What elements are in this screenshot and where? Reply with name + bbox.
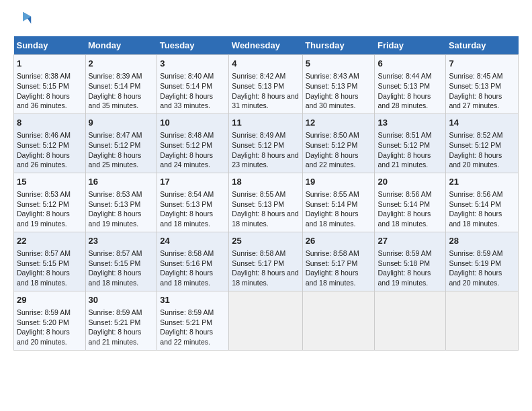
day-number: 12 <box>306 117 372 129</box>
sunset-text: Sunset: 5:16 PM <box>160 259 212 267</box>
daylight-text: Daylight: 8 hours and 20 minutes. <box>449 151 502 169</box>
sunset-text: Sunset: 5:15 PM <box>17 82 69 90</box>
header <box>13 11 519 30</box>
sunrise-text: Sunrise: 8:59 AM <box>89 308 142 316</box>
day-number: 2 <box>89 58 154 70</box>
sunrise-text: Sunrise: 8:57 AM <box>17 249 71 257</box>
day-number: 1 <box>17 58 83 70</box>
sunset-text: Sunset: 5:13 PM <box>89 200 141 208</box>
sunset-text: Sunset: 5:13 PM <box>232 200 284 208</box>
day-cell: 14Sunrise: 8:52 AMSunset: 5:12 PMDayligh… <box>446 113 519 173</box>
sunrise-text: Sunrise: 8:55 AM <box>232 190 285 198</box>
header-row: SundayMondayTuesdayWednesdayThursdayFrid… <box>14 36 519 55</box>
week-row-2: 8Sunrise: 8:46 AMSunset: 5:12 PMDaylight… <box>14 113 519 173</box>
day-number: 9 <box>89 117 154 129</box>
day-number: 13 <box>378 117 443 129</box>
week-row-5: 29Sunrise: 8:59 AMSunset: 5:20 PMDayligh… <box>14 291 519 350</box>
day-cell: 9Sunrise: 8:47 AMSunset: 5:12 PMDaylight… <box>85 113 157 173</box>
day-cell: 1Sunrise: 8:38 AMSunset: 5:15 PMDaylight… <box>14 55 86 114</box>
day-number: 11 <box>232 117 299 129</box>
day-cell: 4Sunrise: 8:42 AMSunset: 5:13 PMDaylight… <box>229 55 302 114</box>
sunset-text: Sunset: 5:12 PM <box>17 141 69 149</box>
daylight-text: Daylight: 8 hours and 18 minutes. <box>160 269 213 287</box>
day-number: 10 <box>160 117 226 129</box>
page: SundayMondayTuesdayWednesdayThursdayFrid… <box>0 0 532 357</box>
day-number: 27 <box>378 235 443 247</box>
col-header-wednesday: Wednesday <box>229 36 302 55</box>
daylight-text: Daylight: 8 hours and 30 minutes. <box>306 92 359 110</box>
day-cell: 17Sunrise: 8:54 AMSunset: 5:13 PMDayligh… <box>157 173 229 232</box>
sunrise-text: Sunrise: 8:53 AM <box>89 190 142 198</box>
day-number: 7 <box>449 58 515 70</box>
day-number: 21 <box>449 176 515 188</box>
day-cell: 27Sunrise: 8:59 AMSunset: 5:18 PMDayligh… <box>375 232 446 291</box>
daylight-text: Daylight: 8 hours and 19 minutes. <box>17 210 70 228</box>
sunset-text: Sunset: 5:12 PM <box>378 141 430 149</box>
day-number: 20 <box>378 176 443 188</box>
daylight-text: Daylight: 8 hours and 19 minutes. <box>378 269 431 287</box>
day-cell: 7Sunrise: 8:45 AMSunset: 5:13 PMDaylight… <box>446 55 519 114</box>
day-cell: 29Sunrise: 8:59 AMSunset: 5:20 PMDayligh… <box>14 291 86 350</box>
logo <box>13 11 35 30</box>
sunrise-text: Sunrise: 8:53 AM <box>17 190 71 198</box>
day-cell: 15Sunrise: 8:53 AMSunset: 5:12 PMDayligh… <box>14 173 86 232</box>
calendar-table: SundayMondayTuesdayWednesdayThursdayFrid… <box>13 36 519 351</box>
sunrise-text: Sunrise: 8:58 AM <box>232 249 285 257</box>
sunrise-text: Sunrise: 8:59 AM <box>449 249 502 257</box>
sunset-text: Sunset: 5:17 PM <box>306 259 358 267</box>
sunset-text: Sunset: 5:14 PM <box>378 200 430 208</box>
sunset-text: Sunset: 5:12 PM <box>232 141 284 149</box>
sunrise-text: Sunrise: 8:39 AM <box>89 72 142 80</box>
sunset-text: Sunset: 5:13 PM <box>449 82 501 90</box>
day-number: 19 <box>306 176 372 188</box>
col-header-sunday: Sunday <box>14 36 86 55</box>
daylight-text: Daylight: 8 hours and 22 minutes. <box>160 328 213 346</box>
sunrise-text: Sunrise: 8:58 AM <box>160 249 214 257</box>
day-cell: 20Sunrise: 8:56 AMSunset: 5:14 PMDayligh… <box>375 173 446 232</box>
day-cell: 22Sunrise: 8:57 AMSunset: 5:15 PMDayligh… <box>14 232 86 291</box>
daylight-text: Daylight: 8 hours and 18 minutes. <box>449 210 502 228</box>
daylight-text: Daylight: 8 hours and 18 minutes. <box>232 269 298 287</box>
sunset-text: Sunset: 5:12 PM <box>449 141 501 149</box>
sunrise-text: Sunrise: 8:48 AM <box>160 131 214 139</box>
day-cell: 6Sunrise: 8:44 AMSunset: 5:13 PMDaylight… <box>375 55 446 114</box>
daylight-text: Daylight: 8 hours and 23 minutes. <box>232 151 298 169</box>
day-cell: 19Sunrise: 8:55 AMSunset: 5:14 PMDayligh… <box>302 173 375 232</box>
sunrise-text: Sunrise: 8:43 AM <box>306 72 359 80</box>
week-row-3: 15Sunrise: 8:53 AMSunset: 5:12 PMDayligh… <box>14 173 519 232</box>
day-cell <box>446 291 519 350</box>
day-number: 8 <box>17 117 83 129</box>
day-cell: 23Sunrise: 8:57 AMSunset: 5:15 PMDayligh… <box>85 232 157 291</box>
daylight-text: Daylight: 8 hours and 18 minutes. <box>89 269 142 287</box>
sunrise-text: Sunrise: 8:59 AM <box>17 308 71 316</box>
day-cell: 31Sunrise: 8:59 AMSunset: 5:21 PMDayligh… <box>157 291 229 350</box>
daylight-text: Daylight: 8 hours and 25 minutes. <box>89 151 142 169</box>
day-number: 29 <box>17 294 83 306</box>
sunrise-text: Sunrise: 8:56 AM <box>449 190 502 198</box>
col-header-saturday: Saturday <box>446 36 519 55</box>
day-number: 25 <box>232 235 299 247</box>
sunrise-text: Sunrise: 8:49 AM <box>232 131 285 139</box>
sunrise-text: Sunrise: 8:52 AM <box>449 131 502 139</box>
day-cell: 21Sunrise: 8:56 AMSunset: 5:14 PMDayligh… <box>446 173 519 232</box>
sunrise-text: Sunrise: 8:57 AM <box>89 249 142 257</box>
day-number: 22 <box>17 235 83 247</box>
day-number: 24 <box>160 235 226 247</box>
sunrise-text: Sunrise: 8:54 AM <box>160 190 214 198</box>
sunset-text: Sunset: 5:17 PM <box>232 259 284 267</box>
day-number: 5 <box>306 58 372 70</box>
day-number: 6 <box>378 58 443 70</box>
day-number: 14 <box>449 117 515 129</box>
day-cell: 12Sunrise: 8:50 AMSunset: 5:12 PMDayligh… <box>302 113 375 173</box>
sunset-text: Sunset: 5:20 PM <box>17 318 69 326</box>
sunrise-text: Sunrise: 8:46 AM <box>17 131 71 139</box>
daylight-text: Daylight: 8 hours and 18 minutes. <box>17 269 70 287</box>
sunset-text: Sunset: 5:14 PM <box>306 200 358 208</box>
sunset-text: Sunset: 5:13 PM <box>232 82 284 90</box>
daylight-text: Daylight: 8 hours and 18 minutes. <box>306 269 359 287</box>
logo-icon <box>13 11 32 30</box>
sunrise-text: Sunrise: 8:44 AM <box>378 72 431 80</box>
sunrise-text: Sunrise: 8:40 AM <box>160 72 214 80</box>
sunrise-text: Sunrise: 8:51 AM <box>378 131 431 139</box>
daylight-text: Daylight: 8 hours and 18 minutes. <box>378 210 431 228</box>
